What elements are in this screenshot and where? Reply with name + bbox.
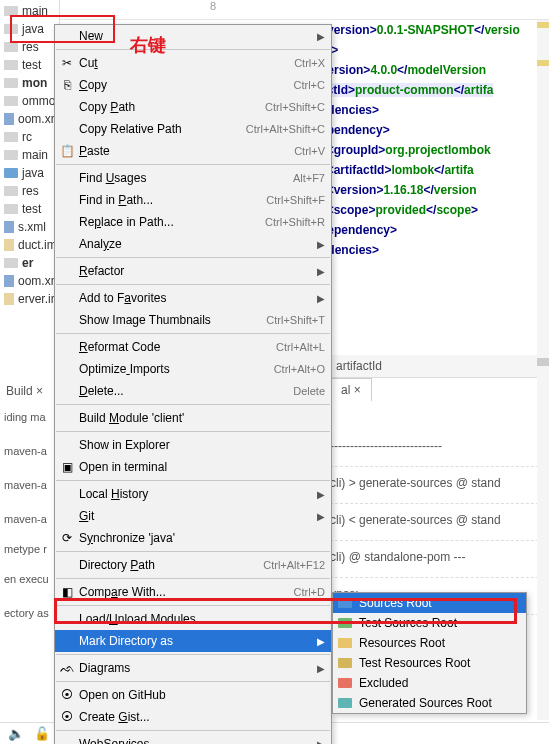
submenu-arrow-icon: ▶ bbox=[317, 239, 325, 250]
editor-ruler: 8 bbox=[60, 0, 549, 20]
menu-item-new[interactable]: New▶ bbox=[55, 25, 331, 47]
menu-item-analyze[interactable]: Analyze▶ bbox=[55, 233, 331, 255]
menu-item-create-gist-[interactable]: ⦿Create Gist... bbox=[55, 706, 331, 728]
submenu-arrow-icon: ▶ bbox=[317, 636, 325, 647]
menu-item-refactor[interactable]: Refactor▶ bbox=[55, 260, 331, 282]
menu-item-load-unload-modules-[interactable]: Load/Unload Modules... bbox=[55, 608, 331, 630]
menu-item-cut[interactable]: ✂CutCtrl+X bbox=[55, 52, 331, 74]
speaker-icon[interactable]: 🔈 bbox=[8, 726, 24, 741]
menu-item-show-in-explorer[interactable]: Show in Explorer bbox=[55, 434, 331, 456]
annotation-label: 右键 bbox=[130, 33, 166, 57]
menu-item-diagrams[interactable]: ᨒDiagrams▶ bbox=[55, 657, 331, 679]
submenu-arrow-icon: ▶ bbox=[317, 293, 325, 304]
menu-icon: ▣ bbox=[59, 460, 75, 474]
menu-item-open-on-github[interactable]: ⦿Open on GitHub bbox=[55, 684, 331, 706]
structure-panel: artifactId al × bbox=[330, 355, 549, 401]
menu-item-delete-[interactable]: Delete...Delete bbox=[55, 380, 331, 402]
folder-icon bbox=[338, 638, 352, 648]
tree-item[interactable]: erver.iml bbox=[0, 290, 59, 308]
menu-item-find-in-path-[interactable]: Find in Path...Ctrl+Shift+F bbox=[55, 189, 331, 211]
maven-output: ----------------------------cli) > gener… bbox=[330, 430, 549, 615]
menu-item-add-to-favorites[interactable]: Add to Favorites▶ bbox=[55, 287, 331, 309]
menu-icon: ᨒ bbox=[59, 661, 75, 675]
tree-item[interactable]: test bbox=[0, 200, 59, 218]
submenu-arrow-icon: ▶ bbox=[317, 663, 325, 674]
menu-item-copy-path[interactable]: Copy PathCtrl+Shift+C bbox=[55, 96, 331, 118]
submenu-item-generated-sources-root[interactable]: Generated Sources Root bbox=[333, 693, 526, 713]
tree-item[interactable]: er bbox=[0, 254, 59, 272]
tree-item[interactable]: mon bbox=[0, 74, 59, 92]
menu-icon: ⦿ bbox=[59, 688, 75, 702]
menu-icon: ⟳ bbox=[59, 531, 75, 545]
menu-item-git[interactable]: Git▶ bbox=[55, 505, 331, 527]
tree-item[interactable]: res bbox=[0, 38, 59, 56]
menu-item-local-history[interactable]: Local History▶ bbox=[55, 483, 331, 505]
menu-item-mark-directory-as[interactable]: Mark Directory as▶ bbox=[55, 630, 331, 652]
build-tab[interactable]: Build × bbox=[0, 380, 60, 402]
menu-item-show-image-thumbnails[interactable]: Show Image ThumbnailsCtrl+Shift+T bbox=[55, 309, 331, 331]
tree-item[interactable]: main bbox=[0, 2, 59, 20]
menu-item-webservices[interactable]: WebServices▶ bbox=[55, 733, 331, 744]
menu-item-compare-with-[interactable]: ◧Compare With...Ctrl+D bbox=[55, 581, 331, 603]
tree-item[interactable]: java bbox=[0, 164, 59, 182]
build-panel: Build × iding mamaven-amaven-amaven-amet… bbox=[0, 380, 60, 720]
menu-item-paste[interactable]: 📋PasteCtrl+V bbox=[55, 140, 331, 162]
folder-icon bbox=[338, 678, 352, 688]
menu-item-open-in-terminal[interactable]: ▣Open in terminal bbox=[55, 456, 331, 478]
menu-icon: ⎘ bbox=[59, 78, 75, 92]
submenu-arrow-icon: ▶ bbox=[317, 266, 325, 277]
submenu-item-excluded[interactable]: Excluded bbox=[333, 673, 526, 693]
tree-item[interactable]: oom.xml bbox=[0, 272, 59, 290]
menu-item-reformat-code[interactable]: Reformat CodeCtrl+Alt+L bbox=[55, 336, 331, 358]
menu-icon: ◧ bbox=[59, 585, 75, 599]
structure-head: artifactId bbox=[330, 355, 549, 378]
menu-icon: ✂ bbox=[59, 56, 75, 70]
tree-item[interactable]: rc bbox=[0, 128, 59, 146]
menu-icon: ⦿ bbox=[59, 710, 75, 724]
folder-icon bbox=[338, 598, 352, 608]
folder-icon bbox=[338, 618, 352, 628]
submenu-item-test-sources-root[interactable]: Test Sources Root bbox=[333, 613, 526, 633]
menu-item-build-module-client-[interactable]: Build Module 'client' bbox=[55, 407, 331, 429]
tree-item[interactable]: ommon.i bbox=[0, 92, 59, 110]
menu-item-synchronize-java-[interactable]: ⟳Synchronize 'java' bbox=[55, 527, 331, 549]
tree-item[interactable]: duct.iml bbox=[0, 236, 59, 254]
submenu-arrow-icon: ▶ bbox=[317, 31, 325, 42]
submenu-item-resources-root[interactable]: Resources Root bbox=[333, 633, 526, 653]
submenu-item-test-resources-root[interactable]: Test Resources Root bbox=[333, 653, 526, 673]
menu-item-find-usages[interactable]: Find UsagesAlt+F7 bbox=[55, 167, 331, 189]
menu-item-copy-relative-path[interactable]: Copy Relative PathCtrl+Alt+Shift+C bbox=[55, 118, 331, 140]
tree-item[interactable]: res bbox=[0, 182, 59, 200]
context-menu[interactable]: New▶✂CutCtrl+X⎘CopyCtrl+CCopy PathCtrl+S… bbox=[54, 24, 332, 744]
tree-item[interactable]: java bbox=[0, 20, 59, 38]
mark-directory-submenu[interactable]: Sources RootTest Sources RootResources R… bbox=[332, 592, 527, 714]
tree-item[interactable]: oom.xml bbox=[0, 110, 59, 128]
folder-icon bbox=[338, 658, 352, 668]
submenu-arrow-icon: ▶ bbox=[317, 511, 325, 522]
submenu-arrow-icon: ▶ bbox=[317, 739, 325, 745]
menu-item-directory-path[interactable]: Directory PathCtrl+Alt+F12 bbox=[55, 554, 331, 576]
tree-item[interactable]: s.xml bbox=[0, 218, 59, 236]
tree-item[interactable]: main bbox=[0, 146, 59, 164]
editor-minimap[interactable] bbox=[537, 20, 549, 720]
folder-icon bbox=[338, 698, 352, 708]
code-lines: <version>0.0.1-SNAPSHOT</versiont>Versio… bbox=[320, 20, 549, 260]
submenu-item-sources-root[interactable]: Sources Root bbox=[333, 593, 526, 613]
menu-item-copy[interactable]: ⎘CopyCtrl+C bbox=[55, 74, 331, 96]
submenu-arrow-icon: ▶ bbox=[317, 489, 325, 500]
menu-icon: 📋 bbox=[59, 144, 75, 158]
menu-item-optimize-imports[interactable]: Optimize ImportsCtrl+Alt+O bbox=[55, 358, 331, 380]
tree-item[interactable]: test bbox=[0, 56, 59, 74]
menu-item-replace-in-path-[interactable]: Replace in Path...Ctrl+Shift+R bbox=[55, 211, 331, 233]
lock-icon[interactable]: 🔓 bbox=[34, 726, 50, 741]
structure-tab[interactable]: al × bbox=[330, 378, 372, 401]
